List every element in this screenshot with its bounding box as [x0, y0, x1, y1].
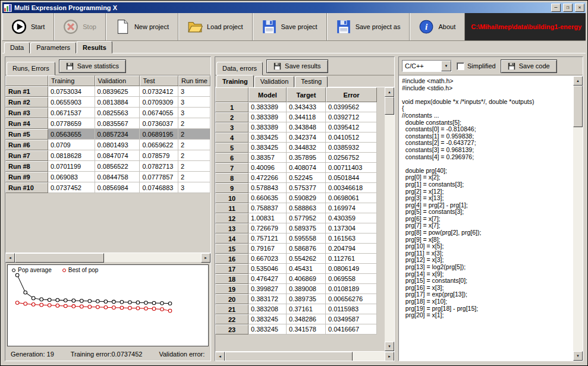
value-cell[interactable]: 0.0698061 [326, 193, 377, 203]
value-cell[interactable]: 0.590829 [287, 193, 326, 203]
row-header-cell[interactable]: 20 [215, 294, 249, 304]
row-header-cell[interactable]: 8 [215, 173, 249, 183]
row-header-cell[interactable]: Run #7 [5, 150, 48, 161]
row-header-cell[interactable]: Run #9 [5, 172, 48, 182]
tab-data[interactable]: Data [4, 42, 30, 53]
minimize-button-icon[interactable]: ─ [551, 4, 561, 12]
value-cell[interactable]: 0.476427 [249, 274, 287, 284]
value-cell[interactable]: 0.0501844 [326, 173, 377, 183]
tab-results[interactable]: Results [77, 41, 112, 53]
value-cell[interactable]: 0.399827 [249, 284, 287, 294]
runs-errors-tab[interactable]: Runs, Errors [7, 62, 55, 75]
runs-table-row[interactable]: Run #30.06715370.08255630.06740553 [5, 108, 210, 118]
runs-table-row[interactable]: Run #20.06559030.08138840.07093093 [5, 97, 210, 108]
tab-parameters[interactable]: Parameters [30, 42, 76, 53]
value-cell[interactable]: 0.588863 [287, 203, 326, 213]
data-table-row[interactable]: 20.3833890.3441180.0392712 [215, 112, 377, 122]
data-table-row[interactable]: 100.6606350.5908290.0698061 [215, 193, 377, 203]
value-cell[interactable]: 0.37161 [287, 304, 326, 314]
row-header-cell[interactable]: 16 [215, 254, 249, 264]
row-header-cell[interactable]: 15 [215, 244, 249, 254]
value-cell[interactable]: 0.0392712 [326, 112, 377, 122]
maximize-button-icon[interactable]: ❐ [563, 4, 573, 12]
data-vscroll-thumb[interactable] [385, 97, 394, 115]
data-table-row[interactable]: 80.4722660.522450.0501844 [215, 173, 377, 183]
value-cell[interactable]: 0.383389 [249, 102, 287, 112]
value-cell[interactable]: 0.586876 [287, 244, 326, 254]
tab-training[interactable]: Training [216, 75, 254, 87]
tab-validation[interactable]: Validation [254, 76, 295, 87]
value-cell[interactable]: 0.0801493 [95, 140, 140, 150]
value-cell[interactable]: 0.383389 [249, 112, 287, 122]
value-cell[interactable]: 0.342374 [287, 132, 326, 143]
value-cell[interactable]: 0.0844758 [95, 172, 140, 182]
value-cell[interactable]: 0.589375 [287, 223, 326, 234]
row-header-cell[interactable]: Run #8 [5, 161, 48, 172]
value-cell[interactable]: 0.00711403 [326, 163, 377, 173]
value-cell[interactable]: 2 [178, 150, 210, 161]
value-cell[interactable]: 0.45431 [287, 264, 326, 274]
value-cell[interactable]: 0.430359 [326, 213, 377, 223]
value-cell[interactable]: 0.52245 [287, 173, 326, 183]
save-results-button[interactable]: Save results [266, 59, 328, 73]
value-cell[interactable]: 0.757121 [249, 234, 287, 244]
value-cell[interactable]: 0.0674055 [140, 108, 178, 118]
scroll-down-icon[interactable]: ▼ [573, 351, 583, 361]
data-table-row[interactable]: 110.7588370.5888630.169974 [215, 203, 377, 213]
runs-table-row[interactable]: Run #10.07530340.08396250.07324123 [5, 86, 210, 97]
data-table-row[interactable]: 160.6670230.5542620.112761 [215, 254, 377, 264]
runs-table-row[interactable]: Run #70.08186280.08470740.0785792 [5, 150, 210, 161]
code-listing[interactable]: #include <math.h> #include <stdio.h> voi… [399, 76, 573, 361]
save-code-button[interactable]: Save code [501, 59, 557, 73]
value-cell[interactable]: 0.204794 [326, 244, 377, 254]
value-cell[interactable]: 0.0349587 [326, 314, 377, 324]
row-header-cell[interactable]: 18 [215, 274, 249, 284]
value-cell[interactable]: 0.348286 [287, 314, 326, 324]
scroll-left-icon[interactable]: ◄ [215, 352, 225, 361]
value-cell[interactable]: 0.0689195 [140, 129, 178, 140]
stop-button[interactable]: Stop [54, 13, 106, 40]
scroll-left-icon[interactable]: ◄ [5, 253, 15, 263]
code-vscroll-thumb[interactable] [573, 86, 583, 127]
value-cell[interactable]: 3 [178, 182, 210, 193]
value-cell[interactable]: 0.0782713 [140, 161, 178, 172]
data-hscroll-track[interactable] [225, 352, 385, 361]
runs-col-runtime[interactable]: Run time [178, 75, 210, 86]
value-cell[interactable]: 0.0736037 [140, 118, 178, 129]
value-cell[interactable]: 2 [178, 118, 210, 129]
row-header-cell[interactable]: Run #3 [5, 108, 48, 118]
save-project-button[interactable]: Save project [253, 13, 327, 40]
value-cell[interactable]: 0.389735 [287, 294, 326, 304]
data-col-error[interactable]: Error [326, 87, 377, 102]
data-table-row[interactable]: 180.4764270.4068690.069558 [215, 274, 377, 284]
data-table-row[interactable]: 210.3832080.371610.0115983 [215, 304, 377, 314]
value-cell[interactable]: 0.0671537 [48, 108, 95, 118]
row-header-cell[interactable]: 11 [215, 203, 249, 213]
value-cell[interactable]: 0.660635 [249, 193, 287, 203]
row-header-cell[interactable]: 23 [215, 324, 249, 335]
value-cell[interactable]: 0.408074 [287, 163, 326, 173]
row-header-cell[interactable]: 12 [215, 213, 249, 223]
runs-hscroll-thumb[interactable] [15, 253, 104, 263]
value-cell[interactable]: 1.00831 [249, 213, 287, 223]
value-cell[interactable]: 0.0563655 [48, 129, 95, 140]
chevron-down-icon[interactable]: ▼ [441, 61, 451, 71]
row-header-cell[interactable]: 7 [215, 163, 249, 173]
value-cell[interactable]: 0.112761 [326, 254, 377, 264]
value-cell[interactable]: 0.343433 [287, 102, 326, 112]
data-vscrollbar[interactable]: ▲ ▼ [385, 87, 394, 351]
value-cell[interactable]: 0.472266 [249, 173, 287, 183]
value-cell[interactable]: 0.169974 [326, 203, 377, 213]
runs-table-row[interactable]: Run #50.05636550.08572340.06891952 [5, 129, 210, 140]
value-cell[interactable]: 0.383425 [249, 143, 287, 153]
save-project-as-button[interactable]: Save project as [327, 13, 410, 40]
value-cell[interactable]: 0.383245 [249, 314, 287, 324]
row-header-cell[interactable]: 6 [215, 153, 249, 163]
runs-col-validation[interactable]: Validation [95, 75, 140, 86]
data-table-row[interactable]: 40.3834250.3423740.0410512 [215, 132, 377, 143]
value-cell[interactable]: 0.726679 [249, 223, 287, 234]
value-cell[interactable]: 0.0856984 [95, 182, 140, 193]
data-col-model[interactable]: Model [249, 87, 287, 102]
data-table-row[interactable]: 170.5350460.454310.0806149 [215, 264, 377, 274]
runs-table-row[interactable]: Run #100.07374520.08569840.07468833 [5, 182, 210, 193]
